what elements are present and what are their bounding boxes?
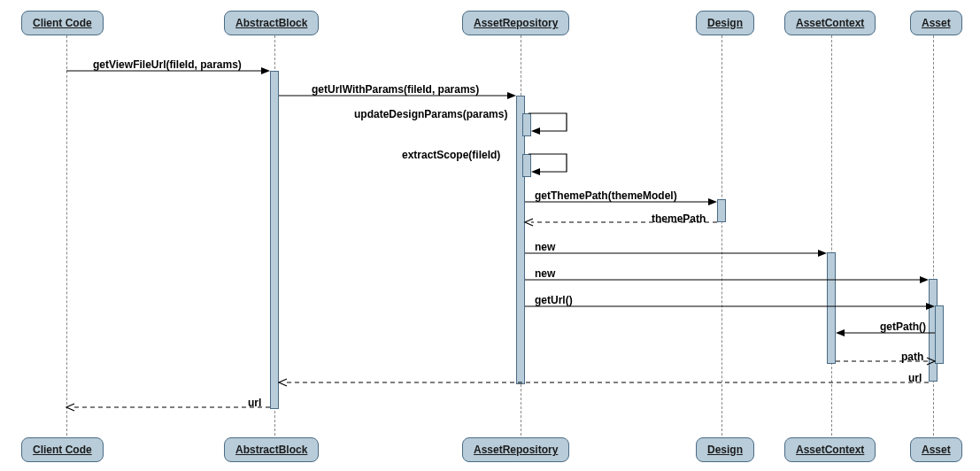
lifeline-client	[66, 35, 67, 436]
participant-design-bottom: Design	[696, 437, 754, 462]
msg-themepath: themePath	[652, 212, 706, 225]
svg-marker-5	[531, 168, 540, 175]
participant-assetcontext-top: AssetContext	[784, 11, 876, 35]
participant-asset-top: Asset	[910, 11, 962, 35]
activation-assetcontext	[827, 252, 836, 364]
msg-updatedesignparams: updateDesignParams(params)	[354, 108, 507, 120]
msg-getviewfileurl: getViewFileUrl(fileId, params)	[93, 58, 242, 71]
msg-getpath: getPath()	[880, 320, 926, 333]
msg-new1: new	[535, 241, 555, 253]
activation-assetrepo-self1	[522, 113, 531, 136]
activation-assetrepo	[516, 96, 525, 384]
lifeline-assetcontext	[831, 35, 832, 436]
activation-abstractblock	[270, 71, 279, 409]
svg-marker-7	[708, 198, 717, 205]
svg-marker-16	[836, 329, 845, 336]
lifeline-design	[721, 35, 722, 436]
svg-marker-3	[507, 92, 516, 99]
participant-asset-bottom: Asset	[910, 437, 962, 462]
msg-new2: new	[535, 267, 555, 280]
svg-marker-1	[261, 67, 270, 74]
participant-design-top: Design	[696, 11, 754, 35]
activation-assetrepo-self2	[522, 154, 531, 177]
msg-url2: url	[248, 397, 261, 409]
activation-design	[717, 199, 726, 222]
svg-marker-12	[920, 276, 929, 283]
activation-asset-inner	[935, 305, 944, 364]
msg-getthemepath: getThemePath(themeModel)	[535, 189, 677, 202]
msg-extractscope: extractScope(fileId)	[402, 149, 500, 161]
msg-url1: url	[908, 372, 922, 384]
svg-marker-10	[818, 250, 827, 257]
participant-client-bottom: Client Code	[21, 437, 104, 462]
participant-assetcontext-bottom: AssetContext	[784, 437, 876, 462]
participant-abstractblock-bottom: AbstractBlock	[224, 437, 319, 462]
msg-path: path	[901, 351, 923, 363]
svg-marker-4	[531, 127, 540, 135]
participant-assetrepo-bottom: AssetRepository	[462, 437, 569, 462]
msg-geturlwithparams: getUrlWithParams(fileId, params)	[312, 83, 479, 96]
msg-geturl: getUrl()	[535, 294, 573, 306]
participant-client-top: Client Code	[21, 11, 104, 35]
participant-assetrepo-top: AssetRepository	[462, 11, 569, 35]
participant-abstractblock-top: AbstractBlock	[224, 11, 319, 35]
